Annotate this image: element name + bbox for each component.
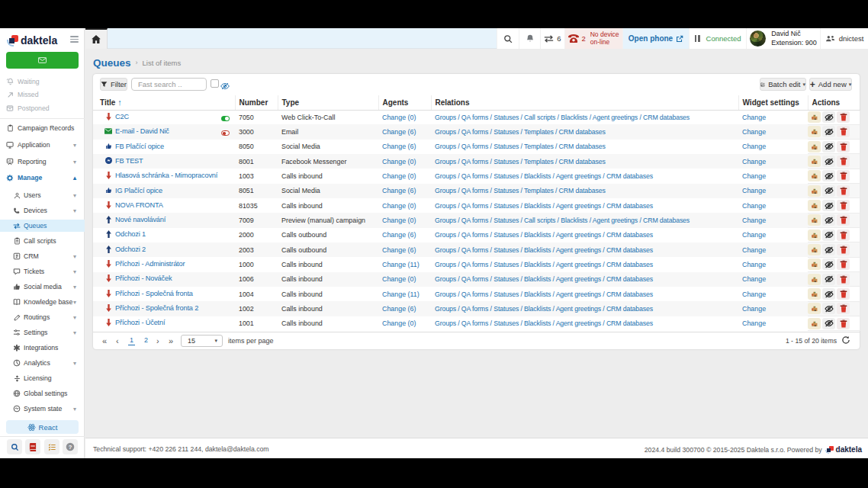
svg-text:?: ? xyxy=(69,444,72,451)
